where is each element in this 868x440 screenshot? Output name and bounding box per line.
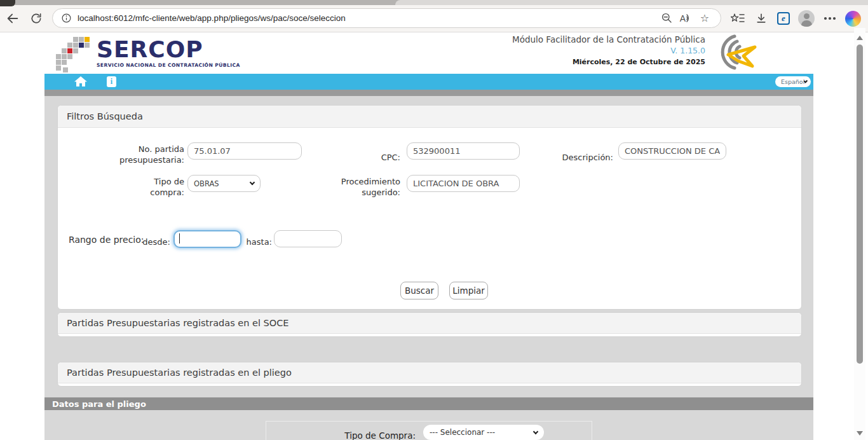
datos-pliego-box: Tipo de Compra: --- Seleccionar --- bbox=[266, 421, 592, 440]
module-version: V. 1.15.0 bbox=[512, 46, 705, 55]
url-text: localhost:6012/mfc-cliente/web/app.php/p… bbox=[78, 13, 657, 23]
buscar-button[interactable]: Buscar bbox=[400, 282, 438, 299]
desde-label: desde: bbox=[121, 237, 170, 247]
module-title: Módulo Facilitador de la Contratación Pú… bbox=[512, 34, 705, 45]
chevron-down-icon bbox=[804, 79, 808, 83]
tipo-compra-value: OBRAS bbox=[194, 179, 219, 188]
refresh-button[interactable] bbox=[27, 10, 45, 27]
tab-strip-light bbox=[395, 0, 868, 5]
descripcion-input[interactable] bbox=[618, 142, 726, 160]
datos-tipo-compra-label: Tipo de Compra: bbox=[344, 430, 416, 440]
datos-tipo-compra-value: --- Seleccionar --- bbox=[430, 428, 495, 437]
chevron-down-icon bbox=[533, 429, 538, 434]
datos-pliego-bar: Datos para el pliego bbox=[44, 397, 813, 410]
read-aloud-icon[interactable]: A bbox=[676, 10, 695, 27]
chevron-down-icon bbox=[250, 180, 255, 185]
language-select[interactable]: Español bbox=[775, 76, 811, 87]
soce-section-panel: Partidas Presupuestarias registradas en … bbox=[57, 312, 802, 337]
partida-label: No. partida presupuestaria: bbox=[108, 144, 184, 165]
favorites-bar-icon[interactable] bbox=[729, 10, 747, 27]
copilot-icon[interactable] bbox=[844, 10, 862, 27]
back-arrow-icon bbox=[6, 11, 20, 25]
sercop-logo: SERCOP SERVICIO NACIONAL DE CONTRATACIÓN… bbox=[56, 34, 208, 72]
datos-tipo-compra-select[interactable]: --- Seleccionar --- bbox=[423, 425, 544, 440]
tipo-compra-select[interactable]: OBRAS bbox=[187, 175, 261, 192]
back-button[interactable] bbox=[4, 10, 22, 27]
descripcion-label: Descripción: bbox=[537, 152, 613, 163]
site-header: SERCOP SERVICIO NACIONAL DE CONTRATACIÓN… bbox=[44, 33, 813, 74]
hasta-input[interactable] bbox=[274, 230, 342, 247]
module-info: Módulo Facilitador de la Contratación Pú… bbox=[512, 34, 705, 66]
text-caret bbox=[179, 233, 180, 244]
page-content: SERCOP SERVICIO NACIONAL DE CONTRATACIÓN… bbox=[0, 33, 868, 440]
tipo-compra-label: Tipo de compra: bbox=[127, 176, 184, 198]
site-info-icon[interactable] bbox=[61, 13, 72, 24]
partida-input[interactable] bbox=[187, 142, 302, 160]
gray-divider-bar bbox=[44, 90, 813, 96]
brand-name: SERCOP bbox=[97, 38, 240, 61]
brand-subtitle: SERVICIO NACIONAL DE CONTRATACIÓN PÚBLIC… bbox=[97, 62, 240, 68]
main-navbar: i Español bbox=[44, 74, 813, 90]
scrollbar-up-arrow[interactable] bbox=[857, 36, 863, 40]
soce-section-title: Partidas Presupuestarias registradas en … bbox=[58, 313, 801, 334]
procedimiento-input[interactable] bbox=[407, 175, 520, 192]
bookmark-star-icon[interactable]: ☆ bbox=[695, 10, 714, 27]
hasta-label: hasta: bbox=[222, 237, 272, 247]
browser-chrome: localhost:6012/mfc-cliente/web/app.php/p… bbox=[0, 0, 868, 32]
zoom-out-icon[interactable] bbox=[657, 10, 676, 27]
filters-panel: Filtros Búsqueda bbox=[57, 105, 802, 310]
limpiar-button[interactable]: Limpiar bbox=[449, 282, 488, 299]
pliego-section-panel: Partidas Presupuestarias registradas en … bbox=[57, 362, 802, 387]
arcs-cursor-logo bbox=[707, 33, 760, 74]
cpc-label: CPC: bbox=[337, 152, 400, 163]
settings-ellipsis-icon[interactable] bbox=[821, 10, 839, 27]
filters-panel-title: Filtros Búsqueda bbox=[58, 106, 801, 128]
procedimiento-label: Procedimiento sugerido: bbox=[324, 176, 400, 198]
info-icon[interactable]: i bbox=[107, 76, 116, 87]
address-bar[interactable]: localhost:6012/mfc-cliente/web/app.php/p… bbox=[52, 8, 721, 28]
pliego-section-title: Partidas Presupuestarias registradas en … bbox=[58, 362, 801, 383]
refresh-icon bbox=[30, 12, 43, 25]
profile-avatar[interactable] bbox=[797, 10, 815, 27]
cpc-input[interactable] bbox=[407, 142, 520, 160]
sercop-mosaic-icon bbox=[56, 37, 92, 72]
tab-stub bbox=[0, 0, 15, 6]
ie-mode-icon[interactable]: e bbox=[775, 10, 792, 27]
module-date: Miércoles, 22 de Octubre de 2025 bbox=[512, 58, 705, 66]
home-icon[interactable] bbox=[74, 76, 88, 88]
downloads-icon[interactable] bbox=[752, 10, 770, 27]
language-value: Español bbox=[781, 78, 804, 85]
scrollbar-thumb[interactable] bbox=[857, 45, 863, 364]
scrollbar-down-arrow[interactable] bbox=[857, 431, 863, 436]
